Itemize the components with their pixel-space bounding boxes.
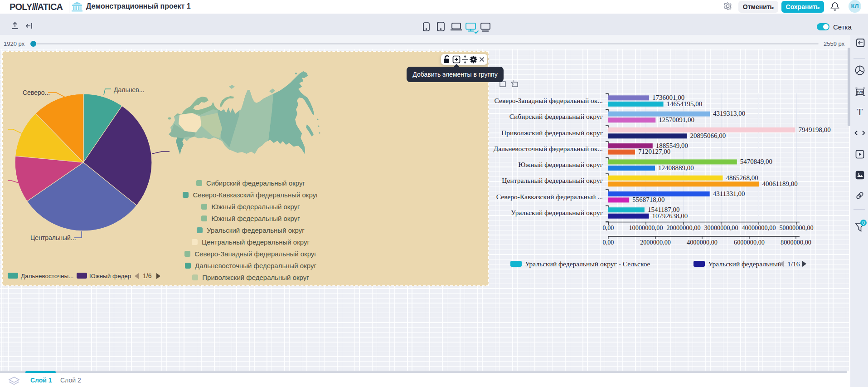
svg-text:6000000,00: 6000000,00 bbox=[734, 239, 765, 246]
svg-text:7120127,00: 7120127,00 bbox=[638, 148, 670, 155]
svg-text:4311331,00: 4311331,00 bbox=[713, 190, 745, 197]
svg-text:40061189,00: 40061189,00 bbox=[762, 180, 798, 187]
svg-text:4865268,00: 4865268,00 bbox=[726, 174, 758, 181]
svg-text:Дальнев...: Дальнев... bbox=[114, 86, 144, 93]
svg-text:12408889,00: 12408889,00 bbox=[658, 164, 694, 171]
svg-text:20895066,00: 20895066,00 bbox=[690, 132, 726, 139]
svg-text:8000000,00: 8000000,00 bbox=[781, 239, 811, 246]
svg-text:14654195,00: 14654195,00 bbox=[667, 100, 703, 108]
svg-text:0: 0 bbox=[862, 220, 865, 225]
svg-text:10000000,00: 10000000,00 bbox=[629, 224, 663, 231]
svg-text:12570091,00: 12570091,00 bbox=[659, 116, 694, 123]
svg-text:Северо-Кавказский федеральный: Северо-Кавказский федеральный ... bbox=[496, 193, 603, 201]
svg-text:5568718,00: 5568718,00 bbox=[632, 196, 664, 203]
svg-text:Северо-Западный федеральный ок: Северо-Западный федеральный ок... bbox=[495, 97, 603, 104]
svg-text:40000000,00: 40000000,00 bbox=[742, 224, 776, 231]
svg-text:7949198,00: 7949198,00 bbox=[798, 126, 830, 133]
svg-text:4319313,00: 4319313,00 bbox=[713, 110, 745, 117]
svg-text:T: T bbox=[857, 107, 863, 118]
svg-text:Южный федеральный округ: Южный федеральный округ bbox=[518, 161, 603, 168]
svg-text:Сибирский федеральный округ: Сибирский федеральный округ bbox=[509, 113, 603, 120]
svg-text:0,00: 0,00 bbox=[602, 224, 614, 231]
svg-text:Центральный федеральный округ: Центральный федеральный округ bbox=[502, 176, 603, 184]
svg-text:Уральский федеральный округ: Уральский федеральный округ bbox=[511, 209, 603, 216]
svg-text:SVG: SVG bbox=[856, 90, 863, 94]
svg-text:Уральский федеральный округ -: Уральский федеральный округ - Сельское bbox=[525, 260, 650, 268]
svg-text:Северо...: Северо... bbox=[23, 89, 50, 96]
svg-text:50000000,00: 50000000,00 bbox=[779, 224, 813, 231]
svg-text:1/16: 1/16 bbox=[787, 260, 800, 268]
svg-text:2000000,00: 2000000,00 bbox=[640, 239, 671, 246]
svg-text:5470849,00: 5470849,00 bbox=[740, 158, 772, 165]
svg-text:Уральский федеральный: Уральский федеральный bbox=[708, 260, 781, 268]
svg-text:0,00: 0,00 bbox=[602, 239, 614, 246]
svg-text:30000000,00: 30000000,00 bbox=[704, 224, 738, 231]
svg-text:Дальневосточный федеральный ок: Дальневосточный федеральный ок... bbox=[494, 145, 603, 152]
svg-text:Приволжский федеральный округ: Приволжский федеральный округ bbox=[501, 129, 603, 137]
svg-text:10792638,00: 10792638,00 bbox=[652, 212, 688, 220]
svg-text:Центральный...: Центральный... bbox=[30, 234, 76, 241]
svg-text:20000000,00: 20000000,00 bbox=[666, 224, 700, 231]
svg-text:4000000,00: 4000000,00 bbox=[687, 239, 718, 246]
